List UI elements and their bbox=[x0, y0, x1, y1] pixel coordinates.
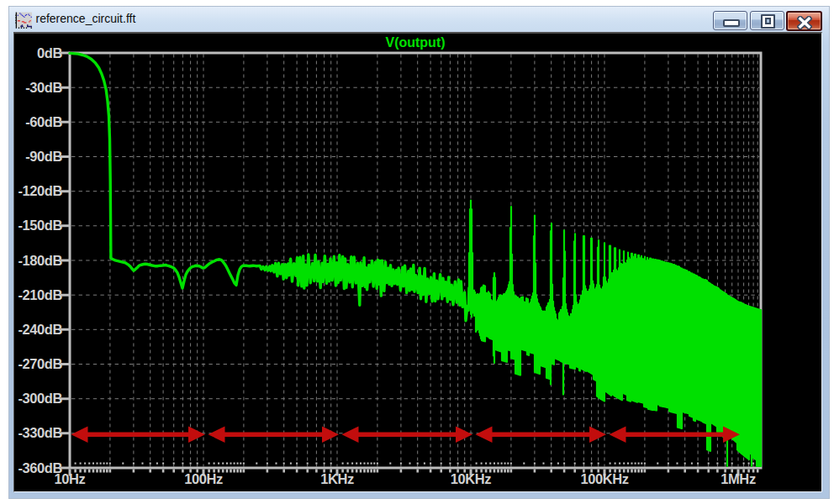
y-axis-label: -120dB bbox=[14, 184, 62, 198]
decade-arrow bbox=[208, 426, 340, 443]
x-axis-label: 1KHz bbox=[304, 472, 371, 486]
maximize-icon-inner bbox=[765, 18, 772, 24]
x-axis-label: 1MHz bbox=[705, 472, 772, 486]
decade-arrow bbox=[71, 426, 206, 443]
y-axis-label: -150dB bbox=[14, 218, 62, 233]
fft-trace-line[interactable] bbox=[70, 53, 469, 321]
app-window: reference_circuit.fft V(output) 0dB-30dB… bbox=[9, 7, 829, 498]
y-axis-label: -300dB bbox=[14, 391, 62, 406]
y-axis-label: -240dB bbox=[14, 323, 62, 337]
x-axis-label: 100Hz bbox=[170, 472, 237, 486]
x-axis-label: 10Hz bbox=[36, 472, 103, 486]
plot-title[interactable]: V(output) bbox=[70, 35, 761, 50]
y-axis-label: -90dB bbox=[14, 150, 62, 164]
minimize-icon bbox=[723, 19, 740, 27]
y-axis-label: -30dB bbox=[14, 81, 62, 95]
y-axis-label: -270dB bbox=[14, 357, 62, 371]
window-title: reference_circuit.fft bbox=[36, 12, 136, 26]
maximize-button[interactable] bbox=[750, 11, 784, 30]
y-axis-label: -60dB bbox=[14, 115, 62, 129]
y-axis-label: -330dB bbox=[14, 426, 62, 440]
minimize-button[interactable] bbox=[713, 11, 747, 30]
title-bar[interactable]: reference_circuit.fft bbox=[9, 7, 829, 32]
close-button[interactable] bbox=[786, 11, 822, 31]
decade-span-arrows bbox=[71, 426, 741, 443]
waveform-plot-icon bbox=[15, 12, 32, 29]
x-minor-tick-dots bbox=[75, 463, 759, 465]
decade-arrow bbox=[342, 426, 473, 443]
close-icon bbox=[797, 16, 812, 29]
x-axis-label: 100KHz bbox=[571, 472, 638, 486]
x-axis-label: 10KHz bbox=[437, 472, 504, 486]
y-axis-label: 0dB bbox=[14, 46, 62, 60]
maximize-icon bbox=[761, 14, 775, 29]
decade-arrow bbox=[476, 426, 607, 443]
y-axis-label: -210dB bbox=[14, 288, 62, 302]
fft-trace-spectrum[interactable] bbox=[469, 201, 761, 466]
y-axis-label: -180dB bbox=[14, 254, 62, 268]
fft-plot[interactable] bbox=[14, 34, 821, 490]
plot-client-area[interactable]: V(output) 0dB-30dB-60dB-90dB-120dB-150dB… bbox=[13, 32, 822, 492]
